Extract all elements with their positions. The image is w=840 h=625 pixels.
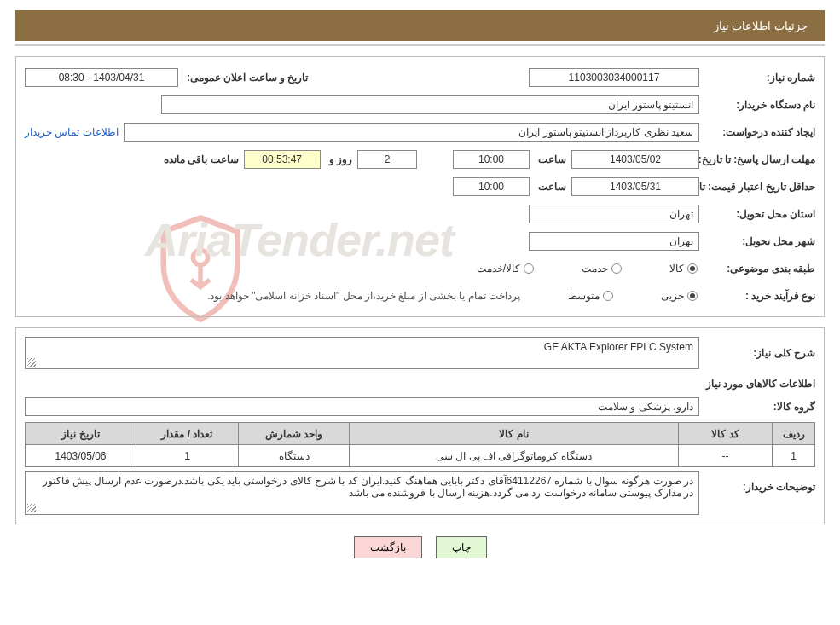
radio-partial[interactable]: جزیی [661,290,698,302]
deadline-date-field: 1403/05/02 [571,150,699,169]
general-desc-textarea[interactable]: GE AKTA Explorer FPLC System [25,337,699,369]
general-desc-label: شرح کلی نیاز: [704,347,815,359]
radio-service[interactable]: خدمت [582,263,622,275]
button-row: چاپ بازگشت [0,536,840,558]
radio-goods[interactable]: کالا [669,263,698,275]
countdown-field: 00:53:47 [244,150,321,169]
th-date: تاریخ نیاز [26,423,136,445]
deadline-label: مهلت ارسال پاسخ: تا تاریخ: [704,153,815,165]
days-remaining-field: 2 [357,150,417,169]
time-label-1: ساعت [535,153,566,165]
goods-group-label: گروه کالا: [704,401,815,413]
days-and-label: روز و [326,153,352,165]
time-label-2: ساعت [535,181,566,193]
city-label: شهر محل تحویل: [704,235,815,247]
table-row: 1 -- دستگاه کروماتوگرافی اف پی ال سی دست… [26,445,815,467]
th-unit: واحد شمارش [239,423,350,445]
buyer-notes-textarea[interactable]: در صورت هرگونه سوال با شماره 64112267آقا… [25,471,699,515]
deadline-time-field: 10:00 [453,150,530,169]
header-bar: جزئیات اطلاعات نیاز [15,10,825,41]
requester-label: ایجاد کننده درخواست: [704,126,815,138]
print-button[interactable]: چاپ [436,536,487,558]
header-title: جزئیات اطلاعات نیاز [714,20,808,32]
category-label: طبقه بندی موضوعی: [704,263,815,275]
buyer-org-label: نام دستگاه خریدار: [704,99,815,111]
buyer-org-field: انستیتو پاستور ایران [161,95,699,114]
validity-time-field: 10:00 [453,177,530,196]
goods-panel: شرح کلی نیاز: GE AKTA Explorer FPLC Syst… [15,327,825,524]
purchase-type-label: نوع فرآیند خرید : [704,290,815,302]
goods-table: ردیف کد کالا نام کالا واحد شمارش تعداد /… [25,422,815,467]
announce-field: 1403/04/31 - 08:30 [25,68,178,87]
remaining-label: ساعت باقی مانده [160,153,239,165]
buyer-contact-link[interactable]: اطلاعات تماس خریدار [25,126,119,138]
payment-note: پرداخت تمام یا بخشی از مبلغ خرید،از محل … [207,290,520,302]
divider [15,44,825,46]
radio-medium[interactable]: متوسط [568,290,613,302]
need-number-field: 1103003034000117 [529,68,699,87]
requester-field: سعید نظری کارپرداز انستیتو پاستور ایران [124,123,699,142]
radio-goods-service[interactable]: کالا/خدمت [477,263,534,275]
need-number-label: شماره نیاز: [704,72,815,84]
province-label: استان محل تحویل: [704,208,815,220]
city-field: تهران [529,232,699,251]
need-info-panel: شماره نیاز: 1103003034000117 تاریخ و ساع… [15,56,825,317]
th-code: کد کالا [679,423,773,445]
th-name: نام کالا [350,423,679,445]
buyer-notes-label: توضیحات خریدار: [704,471,815,493]
announce-label: تاریخ و ساعت اعلان عمومی: [183,72,308,84]
th-qty: تعداد / مقدار [136,423,239,445]
th-row: ردیف [773,423,815,445]
back-button[interactable]: بازگشت [354,536,422,558]
goods-info-title: اطلاعات کالاهای مورد نیاز [25,378,815,390]
validity-label: حداقل تاریخ اعتبار قیمت: تا تاریخ: [704,181,815,193]
resize-handle-icon[interactable] [27,504,36,512]
province-field: تهران [529,205,699,223]
goods-group-field: دارو، پزشکی و سلامت [25,397,699,416]
validity-date-field: 1403/05/31 [571,177,699,196]
resize-handle-icon[interactable] [27,358,36,367]
